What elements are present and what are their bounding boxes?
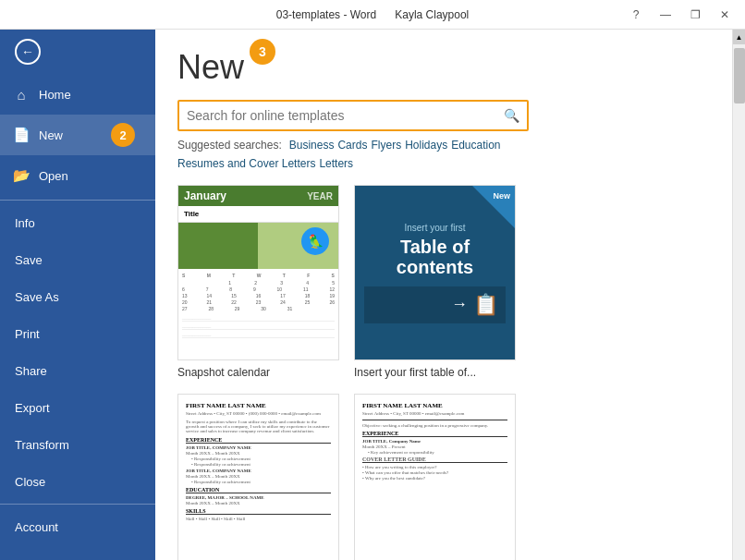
resume1-exp2: JOB TITLE, COMPANY NAME xyxy=(186,469,331,473)
resume2-exp1-bullet: • Key achievement or responsibility xyxy=(362,450,507,455)
sidebar-item-close[interactable]: Close xyxy=(0,463,155,500)
sidebar-item-export[interactable]: Export xyxy=(0,389,155,426)
search-input[interactable] xyxy=(187,108,504,123)
main-content: New 3 🔍 Suggested searches: Business Car… xyxy=(155,30,732,560)
sidebar-home-label: Home xyxy=(39,88,71,102)
toc-doc-icon: 📋 xyxy=(473,293,498,317)
sidebar-transform-label: Transform xyxy=(15,438,69,452)
suggested-label: Suggested searches: xyxy=(177,139,282,155)
suggested-holidays[interactable]: Holidays xyxy=(405,139,447,155)
resume2-cover-section: COVER LETTER GUIDE xyxy=(362,457,507,463)
resume2-cover2: • What can you offer that matches their … xyxy=(362,470,507,475)
sidebar-divider-1 xyxy=(0,200,155,201)
resume1-exp1-bullet2: • Responsibility or achievement xyxy=(186,462,331,467)
cal-grid: SMTWTFS 12345 6789101112 13141516171819 xyxy=(178,269,338,359)
sidebar-item-transform[interactable]: Transform xyxy=(0,426,155,463)
sidebar-item-save[interactable]: Save xyxy=(0,241,155,278)
template-card-toc[interactable]: New Insert your first Table ofcontents →… xyxy=(354,185,516,379)
resume2-cover1: • How are you writing to this employer? xyxy=(362,465,507,469)
resume1-exp-section: EXPERIENCE xyxy=(186,437,331,444)
resume1-skills: Skill • Skill • Skill • Skill • Skill xyxy=(186,517,331,521)
resume1-summary: To request a position where I can utiliz… xyxy=(186,420,331,433)
sidebar-item-open[interactable]: 📂 Open xyxy=(0,155,155,196)
minimize-button[interactable]: — xyxy=(653,6,678,24)
sidebar-save-label: Save xyxy=(15,253,43,267)
user-label: Kayla Claypool xyxy=(395,8,469,21)
resume1-edu1: DEGREE, MAJOR – SCHOOL NAME xyxy=(186,495,331,500)
sidebar-item-print[interactable]: Print xyxy=(0,315,155,352)
resume2-content: FIRST NAME LAST NAME Street Address • Ci… xyxy=(355,395,515,560)
search-box[interactable]: 🔍 xyxy=(177,100,529,131)
sidebar-item-info[interactable]: Info xyxy=(0,204,155,241)
suggested-education[interactable]: Education xyxy=(451,139,500,155)
resume1-edu1-date: Month 20XX – Month 20XX xyxy=(186,501,331,505)
resume2-name: FIRST NAME LAST NAME xyxy=(362,402,507,409)
sidebar-item-saveas[interactable]: Save As xyxy=(0,278,155,315)
sidebar: ← ⌂ Home 📄 New 2 📂 Open Info Save Save A… xyxy=(0,30,155,560)
template-card-resume2[interactable]: FIRST NAME LAST NAME Street Address • Ci… xyxy=(354,394,516,560)
search-icon: 🔍 xyxy=(504,108,519,123)
template-thumb-toc: New Insert your first Table ofcontents →… xyxy=(354,185,516,360)
title-bar-text: 03-templates - Word Kayla Claypool xyxy=(276,8,470,21)
resume2-cover3: • Why are you the best candidate? xyxy=(362,476,507,481)
restore-button[interactable]: ❐ xyxy=(682,6,708,24)
toc-main-text: Table ofcontents xyxy=(397,237,473,277)
resume2-objective: Objective: seeking a challenging positio… xyxy=(362,423,507,428)
resume2-divider xyxy=(362,420,507,420)
suggested-flyers[interactable]: Flyers xyxy=(371,139,401,155)
scrollbar-up-button[interactable]: ▲ xyxy=(733,30,746,44)
help-button[interactable]: ? xyxy=(623,6,649,24)
scrollbar[interactable]: ▲ xyxy=(732,30,745,560)
template-thumb-resume1: FIRST NAME LAST NAME Street Address • Ci… xyxy=(177,394,339,560)
resume1-skills-section: SKILLS xyxy=(186,508,331,515)
template-thumb-calendar: January YEAR Title 🦜 SMTWTFS xyxy=(177,185,339,360)
resume2-exp-section: EXPERIENCE xyxy=(362,431,507,437)
toc-content: New Insert your first Table ofcontents →… xyxy=(355,186,515,359)
sidebar-open-label: Open xyxy=(39,169,68,183)
resume1-exp2-bullet1: • Responsibility or achievement xyxy=(186,480,331,484)
suggested-business[interactable]: Business xyxy=(289,139,335,155)
resume2-exp1: JOB TITLE, Company Name xyxy=(362,439,507,444)
back-icon: ← xyxy=(15,39,41,65)
toc-insert-text: Insert your first xyxy=(404,223,465,233)
cal-image: 🦜 xyxy=(178,223,338,269)
sidebar-close-label: Close xyxy=(15,475,45,489)
sidebar-item-account[interactable]: Account xyxy=(0,508,155,545)
suggested-searches: Suggested searches: Business Cards Flyer… xyxy=(177,139,529,170)
resume1-contact: Street Address • City, ST 00000 • (000) … xyxy=(186,411,331,416)
sidebar-account-label: Account xyxy=(15,520,58,534)
sidebar-export-label: Export xyxy=(15,401,50,415)
template-card-resume1[interactable]: FIRST NAME LAST NAME Street Address • Ci… xyxy=(177,394,339,560)
cal-header: January YEAR xyxy=(178,186,338,206)
resume1-content: FIRST NAME LAST NAME Street Address • Ci… xyxy=(178,395,338,560)
resume1-exp1: JOB TITLE, COMPANY NAME xyxy=(186,445,331,450)
sidebar-share-label: Share xyxy=(15,364,47,378)
window-controls: ? — ❐ ✕ xyxy=(623,6,738,24)
page-title: New xyxy=(177,48,244,86)
scrollbar-thumb[interactable] xyxy=(734,48,745,103)
sidebar-item-share[interactable]: Share xyxy=(0,352,155,389)
new-icon: 📄 xyxy=(13,127,30,143)
sidebar-item-home[interactable]: ⌂ Home xyxy=(0,74,155,115)
badge-2: 2 xyxy=(111,123,135,147)
cal-title: Title xyxy=(178,206,338,223)
open-icon: 📂 xyxy=(13,167,30,184)
resume2-contact: Street Address • City, ST 00000 • email@… xyxy=(362,411,507,416)
app-container: ← ⌂ Home 📄 New 2 📂 Open Info Save Save A… xyxy=(0,30,745,560)
template-card-calendar[interactable]: January YEAR Title 🦜 SMTWTFS xyxy=(177,185,339,379)
resume1-exp1-date: Month 20XX – Month 20XX xyxy=(186,451,331,456)
resume1-exp2-date: Month 20XX – Month 20XX xyxy=(186,474,331,479)
close-button[interactable]: ✕ xyxy=(712,6,738,24)
suggested-resumes[interactable]: Resumes and Cover Letters xyxy=(177,157,315,170)
sidebar-item-new[interactable]: 📄 New 2 xyxy=(0,115,155,155)
suggested-letters[interactable]: Letters xyxy=(319,157,353,170)
page-title-container: New 3 xyxy=(177,48,710,87)
suggested-cards[interactable]: Cards xyxy=(337,139,367,155)
back-button[interactable]: ← xyxy=(0,30,155,74)
sidebar-info-label: Info xyxy=(15,216,35,230)
badge-3: 3 xyxy=(250,39,275,65)
resume1-exp1-bullet1: • Responsibility or achievement xyxy=(186,457,331,461)
main-wrapper: New 3 🔍 Suggested searches: Business Car… xyxy=(155,30,745,560)
sidebar-print-label: Print xyxy=(15,327,40,341)
resume2-exp1-date: Month 20XX – Present xyxy=(362,444,507,449)
